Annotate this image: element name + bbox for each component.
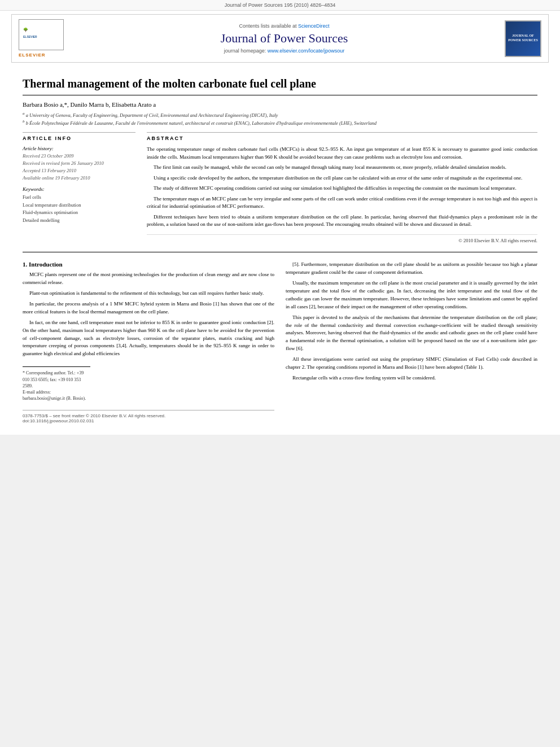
intro-heading: 1. Introduction [23,261,274,268]
right-p2: Usually, the maximum temperature on the … [286,279,537,311]
elsevier-brand: ELSEVIER [19,53,46,58]
homepage-line: journal homepage: www.elsevier.com/locat… [64,48,505,54]
authors-text: Barbara Bosio a,*, Danilo Marra b, Elisa… [23,101,156,108]
keywords-title: Keywords: [23,186,135,192]
journal-header: 🌳 ELSEVIER ELSEVIER Contents lists avail… [11,14,549,63]
abstract-p5: The temperature maps of an MCFC plane ca… [147,195,537,211]
section-divider [23,252,537,252]
keywords-section: Keywords: Fuel cells Local temperature d… [23,186,135,224]
right-col-text: [5]. Furthermore, temperature distributi… [286,261,537,382]
abstract-p1: The operating temperature range of molte… [147,146,537,161]
bottom-bar: 0378-7753/$ – see front matter © 2010 El… [23,410,274,423]
keyword-2: Local temperature distribution [23,202,135,209]
body-section: 1. Introduction MCFC plants represent on… [23,261,537,423]
abstract-p4: The study of different MCFC operating co… [147,185,537,193]
keywords-list: Fuel cells Local temperature distributio… [23,194,135,224]
power-sources-logo: JOURNAL OF POWER SOURCES [505,20,541,57]
article-history: Article history: Received 23 October 200… [23,146,135,182]
keyword-3: Fluid-dynamics optimisation [23,209,135,217]
abstract-p3: Using a specific code developed by the a… [147,174,537,182]
main-content: Thermal management of the molten carbona… [0,66,560,435]
elsevier-logo-section: 🌳 ELSEVIER ELSEVIER [19,19,64,58]
copyright: © 2010 Elsevier B.V. All rights reserved… [147,234,537,243]
elsevier-logo-svg: 🌳 ELSEVIER [20,21,63,49]
journal-title: Journal of Power Sources [64,31,505,46]
svg-text:🌳: 🌳 [23,27,28,32]
citation-text: Journal of Power Sources 195 (2010) 4826… [225,2,336,8]
article-info-title: ARTICLE INFO [23,136,135,141]
received-date: Received 23 October 2009 [23,153,135,160]
accepted-date: Accepted 13 February 2010 [23,168,135,174]
doi-text: doi:10.1016/j.jpowsour.2010.02.031 [23,418,274,423]
intro-p4: In fact, on the one hand, cell temperatu… [23,319,274,359]
issn-text: 0378-7753/$ – see front matter © 2010 El… [23,413,274,418]
history-title: Article history: [23,146,135,151]
elsevier-text: ELSEVIER [19,53,46,58]
article-info-abstract: ARTICLE INFO Article history: Received 2… [23,132,537,243]
authors-line: Barbara Bosio a,*, Danilo Marra b, Elisa… [23,101,537,108]
body-left-col: 1. Introduction MCFC plants represent on… [23,261,274,423]
abstract-title: ABSTRACT [147,136,537,141]
intro-p2: Plant-run optimisation is fundamental to… [23,290,274,298]
footnote-section: * Corresponding author. Tel.: +39 010 35… [23,366,90,401]
intro-p1: MCFC plants represent one of the most pr… [23,271,274,287]
keyword-1: Fuel cells [23,194,135,202]
body-right-col: [5]. Furthermore, temperature distributi… [286,261,537,423]
affiliation-b: b b École Polytechnique Fédérale de Laus… [23,119,537,127]
homepage-link[interactable]: www.elsevier.com/locate/jpowsour [268,48,345,54]
right-p1: [5]. Furthermore, temperature distributi… [286,261,537,277]
article-info-col: ARTICLE INFO Article history: Received 2… [23,132,135,243]
intro-p3: In particular, the process analysis of a… [23,300,274,316]
right-p3: This paper is devoted to the analysis of… [286,314,537,353]
received-revised-date: Received in revised form 26 January 2010 [23,160,135,167]
footnote-email: E-mail address: barbara.bosio@unige.it (… [23,389,90,401]
footnote-corresponding: * Corresponding author. Tel.: +39 010 35… [23,370,90,389]
sciencedirect-line: Contents lists available at ScienceDirec… [64,23,505,29]
abstract-col: ABSTRACT The operating temperature range… [147,132,537,243]
abstract-p2: The first limit can easily be managed, w… [147,164,537,172]
right-p4: All these investigations were carried ou… [286,356,537,372]
intro-text: MCFC plants represent one of the most pr… [23,271,274,358]
article-info-section: ARTICLE INFO Article history: Received 2… [23,132,135,224]
abstract-p6: Different techniques have been tried to … [147,213,537,229]
affiliation-a: a a University of Genova, Faculty of Eng… [23,111,537,119]
paper-title: Thermal management of the molten carbona… [23,77,537,95]
abstract-section: ABSTRACT The operating temperature range… [147,132,537,243]
journal-citation: Journal of Power Sources 195 (2010) 4826… [0,0,560,11]
affiliations: a a University of Genova, Faculty of Eng… [23,111,537,126]
available-online-date: Available online 19 February 2010 [23,175,135,182]
keyword-4: Detailed modelling [23,217,135,225]
journal-header-center: Contents lists available at ScienceDirec… [64,23,505,54]
right-p5: Rectangular cells with a cross-flow feed… [286,374,537,382]
svg-text:ELSEVIER: ELSEVIER [23,35,37,38]
abstract-text: The operating temperature range of molte… [147,146,537,229]
sciencedirect-link[interactable]: ScienceDirect [298,23,330,29]
page: Journal of Power Sources 195 (2010) 4826… [0,0,560,435]
